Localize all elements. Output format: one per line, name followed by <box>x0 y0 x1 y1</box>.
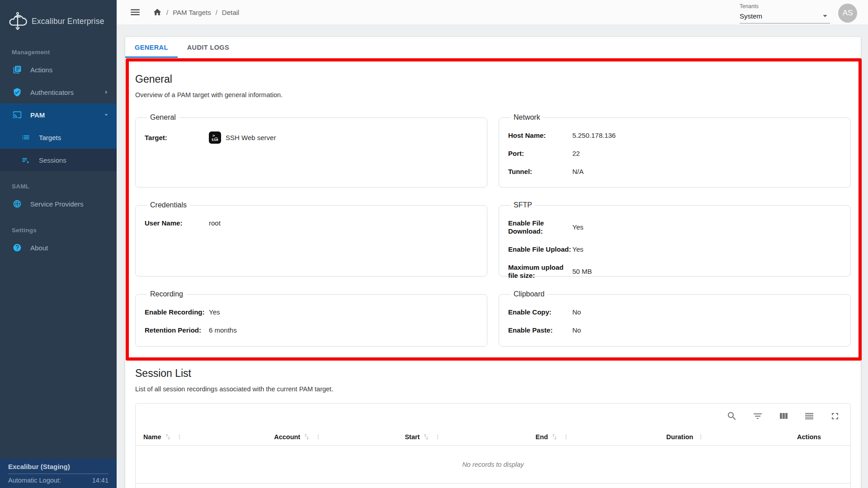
credentials-fieldset: Credentials User Name: root <box>135 201 487 277</box>
field-value: No <box>572 308 581 316</box>
chevron-right-icon <box>102 88 110 96</box>
sort-icon[interactable] <box>422 433 430 441</box>
footer-divider <box>8 474 108 474</box>
tenants-value: System <box>740 12 762 20</box>
library-books-icon <box>13 65 22 74</box>
sidebar-item-about[interactable]: About <box>0 236 117 259</box>
tenants-label: Tenants <box>740 3 830 9</box>
empty-table-message: No records to display <box>136 446 850 483</box>
column-header-duration[interactable]: Duration <box>664 433 795 441</box>
page-content: GENERAL AUDIT LOGS General Overview of a… <box>117 24 868 488</box>
sidebar-item-label: Service Providers <box>30 200 84 208</box>
search-icon[interactable] <box>726 411 737 422</box>
sidebar-item-sessions[interactable]: Sessions <box>0 149 117 171</box>
field-row-tunnel: Tunnel: N/A <box>508 168 841 176</box>
column-menu-icon[interactable] <box>176 433 183 441</box>
field-label: Retention Period: <box>145 326 209 334</box>
avatar[interactable]: AS <box>838 4 857 23</box>
sidebar-item-targets[interactable]: Targets <box>0 126 117 149</box>
general-fieldset: General Target: >_ SSH SSH Web server <box>135 113 487 188</box>
list-icon <box>21 133 30 142</box>
home-icon[interactable] <box>153 8 162 17</box>
sftp-fieldset-legend: SFTP <box>510 201 535 209</box>
column-header-end[interactable]: End <box>533 433 664 441</box>
app-logo-icon <box>7 11 28 32</box>
tab-general[interactable]: GENERAL <box>125 37 178 58</box>
column-menu-icon[interactable] <box>434 433 441 441</box>
sort-icon[interactable] <box>551 433 558 441</box>
field-row-enable-file-upload: Enable File Upload: Yes <box>508 245 841 253</box>
column-header-account[interactable]: Account <box>272 433 402 441</box>
sort-icon[interactable] <box>303 433 311 441</box>
sidebar-item-authenticators[interactable]: Authenticators <box>0 81 117 103</box>
fullscreen-icon[interactable] <box>830 411 840 422</box>
field-value: 50 MB <box>572 267 592 276</box>
recording-fieldset: Recording Enable Recording: Yes Retentio… <box>135 290 487 347</box>
network-fieldset-legend: Network <box>510 113 543 122</box>
overview-grid: General Target: >_ SSH SSH Web server <box>135 113 851 347</box>
tabs: GENERAL AUDIT LOGS <box>125 37 861 58</box>
auto-logout-label: Automatic Logout: <box>8 477 61 484</box>
general-section-title: General <box>135 73 851 85</box>
columns-icon[interactable] <box>778 411 789 422</box>
shield-check-icon <box>13 88 22 97</box>
column-header-actions: Actions <box>795 433 845 441</box>
column-menu-icon[interactable] <box>697 433 704 441</box>
field-label: Enable Copy: <box>508 308 572 316</box>
brand-name: Excalibur Enterprise <box>32 17 104 26</box>
general-fieldset-legend: General <box>147 113 179 122</box>
field-row-host-name: Host Name: 5.250.178.136 <box>508 131 841 140</box>
topbar: / PAM Targets / Detail Tenants System AS <box>117 0 868 24</box>
tenants-select[interactable]: Tenants System <box>740 1 830 23</box>
column-menu-icon[interactable] <box>315 433 322 441</box>
density-icon[interactable] <box>804 411 815 422</box>
field-label: Port: <box>508 150 572 158</box>
general-section-description: Overview of a PAM target with general in… <box>135 91 851 99</box>
credentials-fieldset-legend: Credentials <box>147 201 190 209</box>
brand: Excalibur Enterprise <box>0 0 117 39</box>
field-row-enable-copy: Enable Copy: No <box>508 308 841 316</box>
session-list-title: Session List <box>135 367 851 380</box>
sort-icon[interactable] <box>164 433 172 441</box>
field-value: SSH Web server <box>226 134 276 142</box>
sidebar-item-service-providers[interactable]: Service Providers <box>0 192 117 215</box>
column-header-name[interactable]: Name <box>141 433 272 441</box>
session-list-description: List of all session recordings associate… <box>135 385 851 393</box>
chevron-down-icon <box>102 111 110 119</box>
playlist-play-icon <box>21 155 30 164</box>
sidebar-item-label: PAM <box>30 111 45 119</box>
breadcrumb-item-pam-targets[interactable]: PAM Targets <box>173 9 211 16</box>
sidebar-item-actions[interactable]: Actions <box>0 58 117 81</box>
column-header-start[interactable]: Start <box>402 433 533 441</box>
filter-icon[interactable] <box>752 411 763 422</box>
field-value: Yes <box>209 308 220 316</box>
ssh-target-icon: >_ SSH <box>209 131 221 144</box>
clipboard-fieldset: Clipboard Enable Copy: No Enable Paste: … <box>499 290 851 347</box>
field-row-enable-recording: Enable Recording: Yes <box>145 308 478 316</box>
column-menu-icon[interactable] <box>562 433 570 441</box>
sidebar-section-management: Management <box>0 49 117 56</box>
field-value: 6 months <box>209 326 237 334</box>
field-label: Target: <box>145 134 209 142</box>
field-label: Enable File Download: <box>508 219 572 235</box>
sidebar-section-saml: SAML <box>0 183 117 190</box>
field-value: 22 <box>572 150 580 158</box>
sidebar-item-pam[interactable]: PAM <box>0 103 117 126</box>
table-header-row: Name Account Start <box>136 428 850 446</box>
tab-audit-logs[interactable]: AUDIT LOGS <box>178 37 239 58</box>
menu-icon[interactable] <box>129 6 141 18</box>
network-fieldset: Network Host Name: 5.250.178.136 Port: 2… <box>499 113 851 188</box>
breadcrumb: / PAM Targets / Detail <box>153 8 239 17</box>
dropdown-arrow-icon <box>820 11 830 21</box>
sidebar: Excalibur Enterprise Management Actions … <box>0 0 117 488</box>
cast-icon <box>13 110 22 119</box>
field-label: Enable File Upload: <box>508 245 572 253</box>
field-value: Yes <box>572 245 583 253</box>
field-value: Yes <box>572 223 583 231</box>
sftp-fieldset: SFTP Enable File Download: Yes Enable Fi… <box>499 201 851 277</box>
environment-name: Excalibur (Staging) <box>8 463 108 470</box>
field-row-target: Target: >_ SSH SSH Web server <box>145 131 478 144</box>
field-value: root <box>209 219 221 227</box>
field-label: Host Name: <box>508 131 572 140</box>
field-row-retention-period: Retention Period: 6 months <box>145 326 478 334</box>
